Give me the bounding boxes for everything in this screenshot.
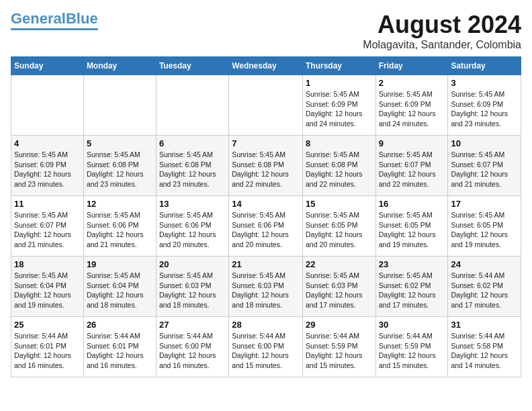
day-info: Sunrise: 5:45 AM Sunset: 6:04 PM Dayligh…	[87, 271, 153, 310]
header-monday: Monday	[83, 57, 156, 75]
calendar-cell: 6Sunrise: 5:45 AM Sunset: 6:08 PM Daylig…	[156, 136, 228, 196]
day-number: 19	[87, 259, 153, 269]
calendar-cell: 30Sunrise: 5:44 AM Sunset: 5:59 PM Dayli…	[375, 317, 448, 377]
logo-underline	[11, 28, 98, 30]
calendar-cell: 5Sunrise: 5:45 AM Sunset: 6:08 PM Daylig…	[83, 136, 156, 196]
day-info: Sunrise: 5:45 AM Sunset: 6:06 PM Dayligh…	[232, 210, 300, 250]
header-row: SundayMondayTuesdayWednesdayThursdayFrid…	[11, 57, 521, 75]
day-number: 3	[451, 78, 518, 88]
calendar-title: August 2024	[363, 11, 521, 39]
week-row: 4Sunrise: 5:45 AM Sunset: 6:09 PM Daylig…	[11, 136, 521, 196]
day-info: Sunrise: 5:44 AM Sunset: 5:59 PM Dayligh…	[379, 331, 445, 371]
calendar-cell: 7Sunrise: 5:45 AM Sunset: 6:08 PM Daylig…	[229, 136, 303, 196]
day-info: Sunrise: 5:45 AM Sunset: 6:05 PM Dayligh…	[451, 210, 518, 250]
day-info: Sunrise: 5:44 AM Sunset: 5:59 PM Dayligh…	[306, 331, 373, 371]
calendar-cell: 17Sunrise: 5:45 AM Sunset: 6:05 PM Dayli…	[448, 196, 521, 257]
week-row: 25Sunrise: 5:44 AM Sunset: 6:01 PM Dayli…	[11, 317, 521, 377]
calendar-cell: 23Sunrise: 5:45 AM Sunset: 6:02 PM Dayli…	[375, 257, 448, 317]
calendar-cell: 25Sunrise: 5:44 AM Sunset: 6:01 PM Dayli…	[11, 317, 84, 377]
calendar-cell: 21Sunrise: 5:45 AM Sunset: 6:03 PM Dayli…	[229, 257, 303, 317]
day-number: 1	[306, 78, 373, 88]
day-info: Sunrise: 5:45 AM Sunset: 6:08 PM Dayligh…	[306, 150, 373, 189]
day-info: Sunrise: 5:45 AM Sunset: 6:03 PM Dayligh…	[232, 271, 300, 310]
day-number: 24	[451, 259, 518, 269]
calendar-cell: 29Sunrise: 5:44 AM Sunset: 5:59 PM Dayli…	[302, 317, 375, 377]
calendar-cell: 16Sunrise: 5:45 AM Sunset: 6:05 PM Dayli…	[375, 196, 448, 257]
day-number: 30	[379, 320, 445, 330]
calendar-cell: 22Sunrise: 5:45 AM Sunset: 6:03 PM Dayli…	[302, 257, 375, 317]
week-row: 11Sunrise: 5:45 AM Sunset: 6:07 PM Dayli…	[11, 196, 521, 257]
calendar-cell	[229, 75, 303, 136]
day-info: Sunrise: 5:45 AM Sunset: 6:09 PM Dayligh…	[451, 89, 518, 129]
day-number: 10	[451, 138, 518, 148]
day-info: Sunrise: 5:45 AM Sunset: 6:06 PM Dayligh…	[159, 210, 226, 250]
logo: GeneralBlue	[11, 11, 98, 30]
day-number: 28	[232, 320, 300, 330]
calendar-header: SundayMondayTuesdayWednesdayThursdayFrid…	[11, 57, 521, 75]
calendar-cell: 12Sunrise: 5:45 AM Sunset: 6:06 PM Dayli…	[83, 196, 156, 257]
day-number: 16	[379, 199, 445, 209]
day-number: 15	[306, 199, 373, 209]
calendar-cell: 8Sunrise: 5:45 AM Sunset: 6:08 PM Daylig…	[302, 136, 375, 196]
day-number: 6	[159, 138, 226, 148]
calendar-cell: 24Sunrise: 5:44 AM Sunset: 6:02 PM Dayli…	[448, 257, 521, 317]
calendar-cell: 20Sunrise: 5:45 AM Sunset: 6:03 PM Dayli…	[156, 257, 228, 317]
day-number: 23	[379, 259, 445, 269]
calendar-cell: 11Sunrise: 5:45 AM Sunset: 6:07 PM Dayli…	[11, 196, 84, 257]
day-number: 5	[87, 138, 153, 148]
day-info: Sunrise: 5:45 AM Sunset: 6:07 PM Dayligh…	[379, 150, 445, 189]
week-row: 1Sunrise: 5:45 AM Sunset: 6:09 PM Daylig…	[11, 75, 521, 136]
day-number: 4	[14, 138, 81, 148]
calendar-cell	[83, 75, 156, 136]
day-info: Sunrise: 5:44 AM Sunset: 6:00 PM Dayligh…	[232, 331, 300, 371]
day-number: 31	[451, 320, 518, 330]
day-info: Sunrise: 5:45 AM Sunset: 6:09 PM Dayligh…	[379, 89, 445, 129]
day-info: Sunrise: 5:45 AM Sunset: 6:06 PM Dayligh…	[87, 210, 153, 250]
logo-general: General	[11, 10, 66, 27]
header-tuesday: Tuesday	[156, 57, 228, 75]
day-number: 18	[14, 259, 81, 269]
day-number: 14	[232, 199, 300, 209]
day-info: Sunrise: 5:45 AM Sunset: 6:09 PM Dayligh…	[306, 89, 373, 129]
day-info: Sunrise: 5:45 AM Sunset: 6:07 PM Dayligh…	[451, 150, 518, 189]
day-number: 12	[87, 199, 153, 209]
header-friday: Friday	[375, 57, 448, 75]
calendar-cell: 18Sunrise: 5:45 AM Sunset: 6:04 PM Dayli…	[11, 257, 84, 317]
day-number: 7	[232, 138, 300, 148]
day-number: 11	[14, 199, 81, 209]
calendar-body: 1Sunrise: 5:45 AM Sunset: 6:09 PM Daylig…	[11, 75, 521, 377]
day-info: Sunrise: 5:45 AM Sunset: 6:04 PM Dayligh…	[14, 271, 81, 310]
day-info: Sunrise: 5:45 AM Sunset: 6:05 PM Dayligh…	[306, 210, 373, 250]
day-info: Sunrise: 5:45 AM Sunset: 6:08 PM Dayligh…	[87, 150, 153, 189]
day-info: Sunrise: 5:45 AM Sunset: 6:09 PM Dayligh…	[14, 150, 81, 189]
day-info: Sunrise: 5:45 AM Sunset: 6:03 PM Dayligh…	[306, 271, 373, 310]
calendar-cell	[11, 75, 84, 136]
day-number: 9	[379, 138, 445, 148]
day-info: Sunrise: 5:44 AM Sunset: 6:01 PM Dayligh…	[87, 331, 153, 371]
day-info: Sunrise: 5:45 AM Sunset: 6:08 PM Dayligh…	[159, 150, 226, 189]
calendar-cell: 31Sunrise: 5:44 AM Sunset: 5:58 PM Dayli…	[448, 317, 521, 377]
header-thursday: Thursday	[302, 57, 375, 75]
calendar-cell: 19Sunrise: 5:45 AM Sunset: 6:04 PM Dayli…	[83, 257, 156, 317]
calendar-cell: 15Sunrise: 5:45 AM Sunset: 6:05 PM Dayli…	[302, 196, 375, 257]
day-info: Sunrise: 5:45 AM Sunset: 6:08 PM Dayligh…	[232, 150, 300, 189]
logo-blue: Blue	[66, 10, 98, 27]
day-info: Sunrise: 5:44 AM Sunset: 5:58 PM Dayligh…	[451, 331, 518, 371]
day-number: 20	[159, 259, 226, 269]
calendar-cell: 1Sunrise: 5:45 AM Sunset: 6:09 PM Daylig…	[302, 75, 375, 136]
page-header: GeneralBlue August 2024 Molagavita, Sant…	[11, 11, 521, 51]
header-wednesday: Wednesday	[229, 57, 303, 75]
calendar-cell: 26Sunrise: 5:44 AM Sunset: 6:01 PM Dayli…	[83, 317, 156, 377]
day-number: 29	[306, 320, 373, 330]
day-info: Sunrise: 5:45 AM Sunset: 6:07 PM Dayligh…	[14, 210, 81, 250]
logo-text: GeneralBlue	[11, 11, 98, 27]
day-info: Sunrise: 5:44 AM Sunset: 6:01 PM Dayligh…	[14, 331, 81, 371]
title-area: August 2024 Molagavita, Santander, Colom…	[363, 11, 521, 51]
calendar-subtitle: Molagavita, Santander, Colombia	[363, 39, 521, 51]
calendar-cell: 2Sunrise: 5:45 AM Sunset: 6:09 PM Daylig…	[375, 75, 448, 136]
day-number: 2	[379, 78, 445, 88]
day-number: 21	[232, 259, 300, 269]
day-info: Sunrise: 5:44 AM Sunset: 6:02 PM Dayligh…	[451, 271, 518, 310]
header-saturday: Saturday	[448, 57, 521, 75]
week-row: 18Sunrise: 5:45 AM Sunset: 6:04 PM Dayli…	[11, 257, 521, 317]
